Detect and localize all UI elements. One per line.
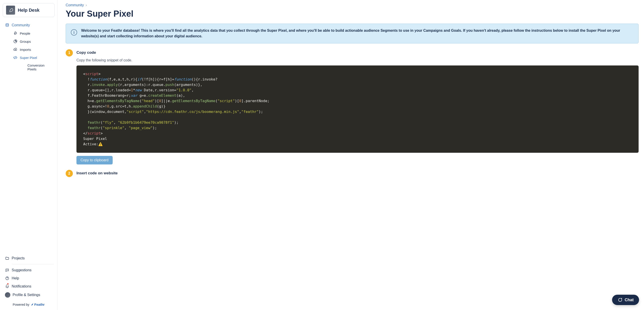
- piechart-icon: [13, 39, 18, 44]
- code-snippet[interactable]: <script> !function(f,e,a,t,h,r){if(!f[h]…: [76, 66, 638, 153]
- breadcrumb: Community ›: [66, 3, 638, 7]
- svg-point-0: [6, 24, 8, 25]
- brand-card[interactable]: Help Desk: [3, 3, 55, 17]
- nav-label: Groups: [20, 40, 31, 44]
- info-banner: i Welcome to your Feathr database! This …: [66, 24, 638, 44]
- help-icon: [5, 276, 10, 280]
- warning-icon: ⚠️: [98, 142, 103, 146]
- nav-suggestions[interactable]: Suggestions: [4, 266, 54, 274]
- nav-profile[interactable]: Profile & Settings: [4, 290, 54, 299]
- info-icon: i: [71, 29, 77, 36]
- nav-label: Help: [12, 276, 19, 280]
- feathr-text: Feathr: [34, 302, 45, 306]
- nav-label: People: [20, 32, 30, 35]
- sidebar: Help Desk Community People: [0, 0, 58, 310]
- nav-label: Suggestions: [12, 268, 32, 272]
- code-status-label: Super Pixel: [83, 137, 107, 141]
- step-title: Copy code: [76, 49, 96, 55]
- nav-notifications[interactable]: Notifications: [4, 282, 54, 290]
- nav-groups[interactable]: Groups: [12, 37, 54, 46]
- nav-projects[interactable]: Projects: [4, 254, 54, 262]
- nav-label: Conversion Pixels: [28, 64, 52, 71]
- brand-title: Help Desk: [18, 8, 40, 13]
- powered-label: Powered by: [13, 303, 30, 306]
- copy-to-clipboard-button[interactable]: Copy to clipboard: [76, 156, 113, 164]
- nav-people[interactable]: People: [12, 29, 54, 37]
- cloud-upload-icon: [13, 47, 18, 52]
- nav-help[interactable]: Help: [4, 274, 54, 282]
- nav-label: Community: [12, 23, 30, 27]
- notification-dot: [7, 283, 9, 285]
- nav-primary: Community People Groups: [3, 21, 55, 73]
- step-title: Insert code on website: [76, 170, 118, 175]
- nav-label: Profile & Settings: [12, 293, 40, 297]
- nav-imports[interactable]: Imports: [12, 46, 54, 54]
- chat-icon: [618, 297, 622, 302]
- code-icon: [13, 55, 18, 60]
- comment-icon: [5, 268, 10, 272]
- nav-label: Imports: [20, 48, 31, 52]
- brand-logo-icon: [6, 6, 15, 15]
- chat-label: Chat: [625, 298, 634, 302]
- database-icon: [5, 23, 10, 28]
- step-number-badge: 1: [66, 49, 73, 57]
- nav-super-pixel[interactable]: Super Pixel: [12, 54, 54, 62]
- step-1-body: Copy the following snippet of code. <scr…: [76, 58, 638, 164]
- step-1-header: 1 Copy code: [66, 49, 638, 57]
- nav-community[interactable]: Community: [4, 21, 54, 29]
- avatar-icon: [5, 292, 10, 298]
- step-2-header: 2 Insert code on website: [66, 170, 638, 177]
- nav-conversion-pixels[interactable]: Conversion Pixels: [26, 62, 54, 73]
- page-title: Your Super Pixel: [66, 9, 638, 19]
- chevron-right-icon: ›: [86, 3, 87, 7]
- main-content: Community › Your Super Pixel i Welcome t…: [58, 0, 644, 310]
- nav-label: Projects: [12, 256, 25, 260]
- powered-by: Powered by Feathr: [4, 299, 54, 306]
- breadcrumb-community[interactable]: Community: [66, 3, 84, 7]
- leaf-icon: [13, 31, 18, 36]
- nav-secondary: Projects Suggestions Help Notif: [3, 254, 55, 306]
- nav-label: Super Pixel: [20, 56, 37, 60]
- step-number-badge: 2: [66, 170, 73, 177]
- nav-label: Notifications: [12, 284, 31, 288]
- code-status-active: Active:: [83, 142, 98, 146]
- step-desc: Copy the following snippet of code.: [76, 58, 638, 62]
- info-text: Welcome to your Feathr database! This is…: [81, 28, 634, 39]
- folder-icon: [5, 256, 10, 260]
- feathr-logo[interactable]: Feathr: [31, 302, 45, 306]
- chat-widget[interactable]: Chat: [612, 295, 639, 305]
